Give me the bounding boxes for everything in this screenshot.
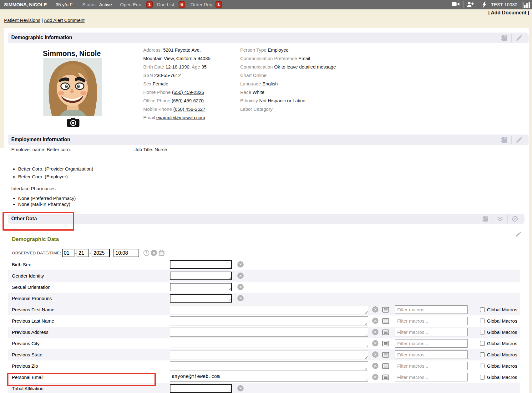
clear-icon[interactable]: ✕ <box>237 284 244 290</box>
filter-macros-input[interactable] <box>395 305 468 314</box>
pencil-icon[interactable] <box>515 34 523 41</box>
detail-label: Address: <box>143 47 163 53</box>
filter-macros-input[interactable] <box>395 317 468 325</box>
add-alert-comment-link[interactable]: Add Alert Comment <box>44 18 84 23</box>
open-enc-badge[interactable]: 1 <box>146 1 153 8</box>
detail-link[interactable]: (650) 459-6270 <box>172 98 204 103</box>
filter-macros-input[interactable] <box>395 362 468 370</box>
pharmacy-item: None (Preferred Pharmacy) <box>18 195 76 201</box>
clear-icon[interactable]: ✕ <box>237 295 244 301</box>
pencil-icon[interactable] <box>515 136 523 143</box>
previous-zip-textarea[interactable] <box>170 361 368 370</box>
gender-identity-textarea[interactable] <box>170 272 232 280</box>
global-macros-checkbox[interactable] <box>480 341 485 346</box>
journal-icon[interactable] <box>500 34 508 41</box>
video-camera-icon[interactable] <box>452 2 459 8</box>
form-row-previous-city: Previous City✕Global Macros <box>8 338 520 349</box>
form-row-previous-state: Previous State✕Global Macros <box>8 349 520 360</box>
disable-icon[interactable] <box>511 216 519 222</box>
macro-list-icon[interactable] <box>382 352 389 358</box>
form-row-previous-address: Previous Address✕Global Macros <box>8 327 520 338</box>
clear-icon[interactable]: ✕ <box>372 340 378 346</box>
bar-chart-icon[interactable] <box>523 2 531 9</box>
global-macros-checkbox[interactable] <box>480 319 485 323</box>
clear-icon[interactable]: ✕ <box>372 374 378 380</box>
previous-state-textarea[interactable] <box>170 350 368 359</box>
form-row-previous-last-name: Previous Last Name✕Global Macros <box>8 315 520 327</box>
observed-year-input[interactable] <box>92 249 110 257</box>
clear-icon[interactable]: ✕ <box>237 385 244 391</box>
filter-macros-input[interactable] <box>395 350 468 359</box>
sexual-orientation-textarea[interactable] <box>170 283 232 291</box>
filter-macros-input[interactable] <box>395 373 468 381</box>
observed-month-input[interactable] <box>62 249 74 257</box>
macro-list-icon[interactable] <box>382 375 389 380</box>
lightning-icon[interactable] <box>482 2 486 9</box>
field-label-previous-city: Previous City <box>12 338 39 349</box>
global-macros-checkbox[interactable] <box>480 352 485 357</box>
form-row-previous-first-name: Previous First Name✕Global Macros <box>8 304 520 315</box>
global-macros-checkbox[interactable] <box>480 307 485 312</box>
calendar-icon[interactable] <box>158 250 165 256</box>
macro-list-icon[interactable] <box>382 318 389 324</box>
previous-city-textarea[interactable] <box>170 339 368 348</box>
clear-icon[interactable]: ✕ <box>372 351 378 358</box>
due-list-badge[interactable]: 6 <box>179 1 185 8</box>
journal-icon[interactable] <box>482 216 489 222</box>
filter-macros-input[interactable] <box>395 328 468 336</box>
previous-first-name-textarea[interactable] <box>170 305 368 314</box>
observed-day-input[interactable] <box>77 249 89 257</box>
clock-icon[interactable] <box>143 250 149 256</box>
birth-sex-textarea[interactable] <box>170 260 232 269</box>
global-macros-checkbox[interactable] <box>480 375 485 380</box>
patient-revisions-link[interactable]: Patient Revisions <box>4 18 40 23</box>
journal-icon[interactable] <box>500 136 508 143</box>
pencil-icon[interactable] <box>515 232 521 237</box>
macro-list-icon[interactable] <box>382 341 389 346</box>
clear-icon[interactable]: ✕ <box>237 273 244 279</box>
field-label-previous-address: Previous Address <box>12 327 48 338</box>
macro-list-icon[interactable] <box>382 329 389 335</box>
personal-email-textarea[interactable] <box>170 373 368 382</box>
patient-display-name: Simmons, Nicole <box>43 49 101 58</box>
form-row-birth-sex: Birth Sex✕ <box>8 259 520 270</box>
clear-icon[interactable]: ✕ <box>151 250 157 256</box>
add-user-icon[interactable] <box>467 2 474 8</box>
clear-icon[interactable]: ✕ <box>372 318 378 324</box>
clear-icon[interactable]: ✕ <box>372 306 378 313</box>
clear-icon[interactable]: ✕ <box>372 329 378 335</box>
field-label-previous-first-name: Previous First Name <box>12 304 54 315</box>
detail-label: Mobile Phone <box>143 106 173 112</box>
global-macros-label: Global Macros <box>487 349 517 360</box>
observed-time-input[interactable] <box>114 249 139 257</box>
add-document-link[interactable]: Add Document <box>491 10 526 15</box>
global-macros-label: Global Macros <box>487 360 517 372</box>
previous-last-name-textarea[interactable] <box>170 316 368 325</box>
filter-macros-input[interactable] <box>395 339 468 348</box>
macro-list-icon[interactable] <box>382 363 389 369</box>
add-document-row: | Add Document | <box>488 10 529 16</box>
global-macros-checkbox[interactable] <box>480 330 485 334</box>
order-req-badge[interactable]: 1 <box>215 1 222 8</box>
detail-link[interactable]: (650) 459-2627 <box>173 106 205 112</box>
detail-link[interactable]: (650) 459-2326 <box>172 89 204 95</box>
clear-icon[interactable]: ✕ <box>372 363 378 369</box>
global-macros-label: Global Macros <box>487 338 517 349</box>
previous-address-textarea[interactable] <box>170 328 368 337</box>
double-chevron-down-icon[interactable] <box>496 216 504 222</box>
detail-line: Person Type Employee <box>240 46 336 54</box>
separator: | <box>42 18 43 23</box>
section-title: Other Data <box>11 216 37 222</box>
detail-label: Sex <box>143 81 153 86</box>
organization-list: Better Corp. (Provider Organization)Bett… <box>18 166 93 181</box>
field-label-personal-pronouns: Personal Pronouns <box>12 293 52 304</box>
tribal-affiliation-textarea[interactable] <box>170 384 232 393</box>
detail-value: Not Hispanic or Latino <box>259 98 306 103</box>
clear-icon[interactable]: ✕ <box>237 261 244 268</box>
camera-icon[interactable] <box>67 118 79 127</box>
section-title: Demographic Information <box>11 35 72 40</box>
personal-pronouns-textarea[interactable] <box>170 294 232 303</box>
global-macros-checkbox[interactable] <box>480 364 485 368</box>
macro-list-icon[interactable] <box>382 307 389 313</box>
detail-link[interactable]: example@mieweb.com <box>156 115 205 120</box>
